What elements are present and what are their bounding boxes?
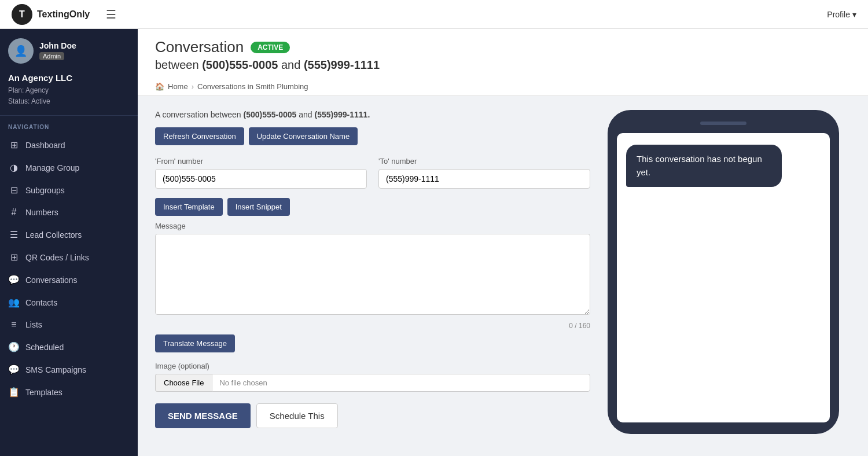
sidebar-item-lists[interactable]: ≡ Lists xyxy=(0,314,138,336)
message-textarea[interactable] xyxy=(155,234,590,315)
desc-text: A conversation between (500)555-0005 and… xyxy=(155,110,590,119)
image-section: Image (optional) Choose File No file cho… xyxy=(155,362,590,392)
send-buttons: SEND MESSAGE Schedule This xyxy=(155,403,590,428)
breadcrumb-sub: Conversations in Smith Plumbing xyxy=(197,82,308,91)
avatar: 👤 xyxy=(8,38,34,64)
user-badge: Admin xyxy=(39,52,64,60)
topbar: T TextingOnly ☰ Profile ▾ xyxy=(0,0,868,29)
sidebar-item-templates[interactable]: 📋 Templates xyxy=(0,381,138,403)
content: Conversation ACTIVE between (500)555-000… xyxy=(138,29,868,456)
sidebar-item-label: SMS Campaigns xyxy=(25,365,86,374)
message-label: Message xyxy=(155,222,590,230)
sidebar-item-subgroups[interactable]: ⊟ Subgroups xyxy=(0,179,138,201)
file-input-wrapper: Choose File No file chosen xyxy=(155,374,590,392)
to-number-group: 'To' number xyxy=(378,157,590,189)
sidebar-item-label: Scheduled xyxy=(25,343,64,352)
lists-icon: ≡ xyxy=(8,319,20,330)
agency-info: An Agency LLC Plan: Agency Status: Activ… xyxy=(0,69,138,116)
to-number-label: 'To' number xyxy=(378,157,590,166)
template-buttons: Insert Template Insert Snippet xyxy=(155,198,590,216)
insert-snippet-button[interactable]: Insert Snippet xyxy=(227,198,290,216)
refresh-conversation-button[interactable]: Refresh Conversation xyxy=(155,127,244,145)
right-panel: This conversation has not begun yet. xyxy=(608,110,851,434)
sidebar-item-qr-codes[interactable]: ⊞ QR Codes / Links xyxy=(0,246,138,269)
sidebar-item-label: Lists xyxy=(25,320,42,329)
lead-collectors-icon: ☰ xyxy=(8,229,20,240)
conversations-icon: 💬 xyxy=(8,274,20,285)
username: John Doe xyxy=(39,41,76,50)
manage-group-icon: ◑ xyxy=(8,162,20,173)
numbers-icon: # xyxy=(8,207,20,218)
sidebar: 👤 John Doe Admin An Agency LLC Plan: Age… xyxy=(0,29,138,456)
sidebar-item-label: Contacts xyxy=(25,298,57,307)
insert-template-button[interactable]: Insert Template xyxy=(155,198,223,216)
logo-text: TextingOnly xyxy=(37,9,90,20)
sidebar-item-manage-group[interactable]: ◑ Manage Group xyxy=(0,156,138,179)
sidebar-item-contacts[interactable]: 👥 Contacts xyxy=(0,291,138,314)
phone-mockup: This conversation has not begun yet. xyxy=(608,110,839,434)
qr-codes-icon: ⊞ xyxy=(8,252,20,263)
agency-name: An Agency LLC xyxy=(8,73,130,83)
sidebar-item-scheduled[interactable]: 🕐 Scheduled xyxy=(0,336,138,358)
templates-icon: 📋 xyxy=(8,387,20,398)
sidebar-item-label: Templates xyxy=(25,388,62,397)
sms-campaigns-icon: 💬 xyxy=(8,364,20,375)
image-label: Image (optional) xyxy=(155,362,590,370)
sidebar-item-conversations[interactable]: 💬 Conversations xyxy=(0,269,138,291)
page-title: Conversation xyxy=(155,38,244,56)
sidebar-item-sms-campaigns[interactable]: 💬 SMS Campaigns xyxy=(0,358,138,381)
profile-button[interactable]: Profile ▾ xyxy=(827,10,856,19)
profile-label: Profile xyxy=(827,10,850,19)
nav-label: NAVIGATION xyxy=(0,116,138,134)
sidebar-item-label: Lead Collectors xyxy=(25,230,82,240)
chevron-down-icon: ▾ xyxy=(852,10,856,19)
scheduled-icon: 🕐 xyxy=(8,341,20,352)
phone-notch xyxy=(700,122,746,125)
main-content: A conversation between (500)555-0005 and… xyxy=(138,96,868,448)
phone-number-row: 'From' number 'To' number xyxy=(155,157,590,189)
file-name-display: No file chosen xyxy=(212,374,590,392)
action-buttons: Refresh Conversation Update Conversation… xyxy=(155,127,590,145)
breadcrumb: 🏠 Home › Conversations in Smith Plumbing xyxy=(155,78,851,95)
from-number-group: 'From' number xyxy=(155,157,367,189)
home-icon: 🏠 xyxy=(155,82,164,91)
left-panel: A conversation between (500)555-0005 and… xyxy=(155,110,590,434)
dashboard-icon: ⊞ xyxy=(8,139,20,150)
logo-icon: T xyxy=(12,4,32,25)
sidebar-item-dashboard[interactable]: ⊞ Dashboard xyxy=(0,134,138,156)
sidebar-item-label: QR Codes / Links xyxy=(25,253,89,262)
breadcrumb-home[interactable]: Home xyxy=(168,82,188,91)
schedule-this-button[interactable]: Schedule This xyxy=(256,403,338,428)
conversation-subtitle: between (500)555-0005 and (555)999-1111 xyxy=(155,58,851,72)
hamburger-icon[interactable]: ☰ xyxy=(106,8,116,21)
contacts-icon: 👥 xyxy=(8,297,20,308)
sidebar-item-label: Subgroups xyxy=(25,186,65,195)
translate-message-button[interactable]: Translate Message xyxy=(155,334,235,352)
sidebar-item-label: Dashboard xyxy=(25,141,65,150)
active-badge: ACTIVE xyxy=(251,42,290,53)
user-info: John Doe Admin xyxy=(39,41,76,61)
file-choose-button[interactable]: Choose File xyxy=(155,374,212,392)
sidebar-item-label: Conversations xyxy=(25,275,78,285)
sidebar-item-label: Numbers xyxy=(25,208,58,217)
update-conversation-name-button[interactable]: Update Conversation Name xyxy=(249,127,358,145)
from-number-input[interactable] xyxy=(155,169,367,189)
sidebar-item-lead-collectors[interactable]: ☰ Lead Collectors xyxy=(0,223,138,246)
page-header: Conversation ACTIVE between (500)555-000… xyxy=(138,29,868,96)
agency-status: Status: Active xyxy=(8,96,130,107)
sidebar-item-label: Manage Group xyxy=(25,163,79,172)
message-group: Message xyxy=(155,222,590,317)
send-message-button[interactable]: SEND MESSAGE xyxy=(155,403,251,428)
translate-row: Translate Message xyxy=(155,334,590,352)
breadcrumb-separator: › xyxy=(192,82,194,91)
phone-screen: This conversation has not begun yet. xyxy=(617,133,830,422)
from-number-label: 'From' number xyxy=(155,157,367,166)
sidebar-user: 👤 John Doe Admin xyxy=(0,29,138,69)
agency-plan: Plan: Agency xyxy=(8,85,130,96)
sidebar-item-numbers[interactable]: # Numbers xyxy=(0,201,138,223)
chat-bubble: This conversation has not begun yet. xyxy=(626,145,782,187)
logo: T TextingOnly xyxy=(12,4,90,25)
char-count: 0 / 160 xyxy=(155,322,590,330)
subgroups-icon: ⊟ xyxy=(8,185,20,196)
to-number-input[interactable] xyxy=(378,169,590,189)
